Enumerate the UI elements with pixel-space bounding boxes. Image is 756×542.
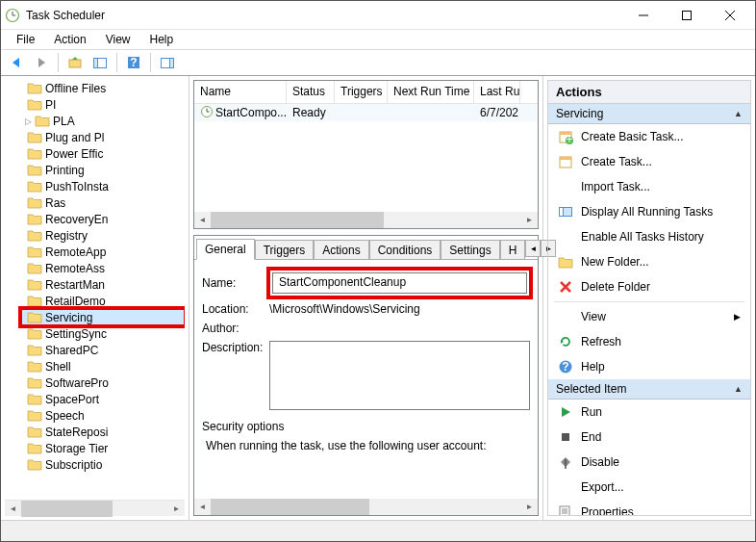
tab-general[interactable]: General bbox=[196, 239, 255, 260]
menubar: File Action View Help bbox=[1, 30, 755, 49]
tree-item-spaceport[interactable]: SpacePort bbox=[21, 391, 185, 407]
action-display-all-running-tasks[interactable]: Display All Running Tasks bbox=[548, 199, 750, 224]
menu-file[interactable]: File bbox=[7, 31, 44, 48]
column-header-triggers[interactable]: Triggers bbox=[335, 81, 388, 103]
actions-section-selected[interactable]: Selected Item ▲ bbox=[548, 379, 750, 400]
tab-actions[interactable]: Actions bbox=[314, 240, 368, 260]
action-help[interactable]: ?Help bbox=[548, 354, 750, 379]
actions-section-servicing[interactable]: Servicing ▲ bbox=[548, 104, 750, 124]
tree-item-retaildemo[interactable]: RetailDemo bbox=[21, 293, 185, 309]
tree-item-offlinefiles[interactable]: Offline Files bbox=[21, 80, 185, 96]
menu-view[interactable]: View bbox=[96, 31, 140, 48]
description-input[interactable] bbox=[269, 341, 530, 410]
close-button[interactable] bbox=[708, 2, 751, 29]
action-delete-folder[interactable]: Delete Folder bbox=[548, 274, 750, 299]
tab-settings[interactable]: Settings bbox=[441, 240, 499, 260]
action-label: Enable All Tasks History bbox=[581, 230, 741, 244]
tree-item-remoteapp[interactable]: RemoteApp bbox=[21, 244, 185, 260]
minimize-button[interactable] bbox=[621, 2, 665, 29]
tree-item-servicing[interactable]: Servicing bbox=[21, 309, 185, 325]
scroll-thumb[interactable] bbox=[211, 499, 369, 515]
action-create-task[interactable]: Create Task... bbox=[548, 149, 750, 174]
svg-marker-10 bbox=[72, 57, 78, 60]
tree-item-label: Ras bbox=[45, 196, 65, 210]
scroll-right-icon[interactable]: ► bbox=[521, 212, 538, 228]
tree-item-subscriptio[interactable]: Subscriptio bbox=[21, 456, 185, 473]
action-refresh[interactable]: Refresh bbox=[548, 329, 750, 354]
task-row[interactable]: StartCompo...Ready6/7/202 bbox=[194, 104, 538, 121]
tree-item-label: Registry bbox=[45, 229, 88, 243]
action-disable[interactable]: Disable bbox=[548, 450, 750, 475]
tab-general: Name: StartComponentCleanup Location: \M… bbox=[194, 259, 538, 499]
show-hide-console-button[interactable] bbox=[88, 51, 112, 74]
tree-item-softwarepro[interactable]: SoftwarePro bbox=[21, 374, 185, 391]
tree-item-remoteass[interactable]: RemoteAss bbox=[21, 260, 185, 276]
scroll-left-icon[interactable]: ◄ bbox=[194, 499, 211, 515]
tree-item-powereffic[interactable]: Power Effic bbox=[21, 145, 185, 162]
task-list-body[interactable]: StartCompo...Ready6/7/202 bbox=[194, 104, 538, 212]
scroll-left-icon[interactable]: ◄ bbox=[5, 501, 21, 517]
column-header-status[interactable]: Status bbox=[287, 81, 335, 103]
tasklist-hscroll[interactable]: ◄ ► bbox=[194, 212, 538, 228]
tree-item-restartman[interactable]: RestartMan bbox=[21, 276, 185, 293]
task-name-input[interactable]: StartComponentCleanup bbox=[272, 272, 527, 294]
action-create-basic-task[interactable]: +Create Basic Task... bbox=[548, 124, 750, 149]
scroll-thumb[interactable] bbox=[211, 212, 384, 228]
menu-action[interactable]: Action bbox=[44, 31, 95, 48]
action-end[interactable]: End bbox=[548, 425, 750, 450]
svg-text:?: ? bbox=[130, 56, 137, 69]
column-header-lastru[interactable]: Last Ru bbox=[474, 81, 520, 103]
action-export[interactable]: Export... bbox=[548, 475, 750, 500]
window-title: Task Scheduler bbox=[26, 9, 621, 22]
back-button[interactable] bbox=[5, 51, 28, 74]
tab-scroll-left[interactable]: ◄ bbox=[525, 240, 541, 257]
tree-item-statereposi[interactable]: StateReposi bbox=[21, 424, 185, 440]
tree-item-speech[interactable]: Speech bbox=[21, 407, 185, 424]
scroll-left-icon[interactable]: ◄ bbox=[194, 212, 211, 228]
tree-item-recoveryen[interactable]: RecoveryEn bbox=[21, 211, 185, 227]
folder-icon bbox=[27, 327, 42, 341]
scroll-right-icon[interactable]: ► bbox=[168, 501, 185, 517]
folder-icon bbox=[27, 442, 42, 455]
tab-conditions[interactable]: Conditions bbox=[369, 240, 441, 260]
tree-item-registry[interactable]: Registry bbox=[21, 227, 185, 244]
toolbar-sep bbox=[116, 53, 117, 72]
tree-item-settingsync[interactable]: SettingSync bbox=[21, 325, 185, 342]
tree-item-pushtoinsta[interactable]: PushToInsta bbox=[21, 178, 185, 194]
tree-item-pla[interactable]: ▷PLA bbox=[21, 113, 185, 129]
task-list-header: NameStatusTriggersNext Run TimeLast Ru bbox=[194, 81, 538, 104]
tree-item-label: Plug and Pl bbox=[45, 131, 104, 144]
show-hide-action-button[interactable] bbox=[156, 51, 179, 74]
column-header-name[interactable]: Name bbox=[194, 81, 287, 103]
tree-item-plugandpl[interactable]: Plug and Pl bbox=[21, 129, 185, 145]
tree-inner[interactable]: Offline FilesPI▷PLAPlug and PlPower Effi… bbox=[5, 80, 185, 500]
up-button[interactable] bbox=[63, 51, 87, 74]
tab-h[interactable]: H bbox=[500, 240, 526, 260]
action-import-task[interactable]: Import Task... bbox=[548, 174, 750, 199]
tree-item-storagetier[interactable]: Storage Tier bbox=[21, 440, 185, 456]
collapse-icon: ▲ bbox=[734, 109, 743, 118]
column-header-nextruntime[interactable]: Next Run Time bbox=[388, 81, 474, 103]
tab-triggers[interactable]: Triggers bbox=[255, 240, 315, 260]
expand-icon[interactable]: ▷ bbox=[21, 116, 35, 126]
action-run[interactable]: Run bbox=[548, 400, 750, 425]
menu-help[interactable]: Help bbox=[140, 31, 184, 48]
action-new-folder[interactable]: New Folder... bbox=[548, 249, 750, 274]
folder-icon bbox=[27, 393, 42, 406]
scroll-right-icon[interactable]: ► bbox=[521, 499, 538, 515]
tree-item-label: RemoteApp bbox=[45, 245, 106, 259]
maximize-button[interactable] bbox=[665, 2, 708, 29]
scroll-thumb[interactable] bbox=[21, 501, 113, 517]
tree-item-shell[interactable]: Shell bbox=[21, 358, 185, 374]
tree-item-pi[interactable]: PI bbox=[21, 96, 185, 113]
forward-button[interactable] bbox=[30, 51, 53, 74]
tree-item-sharedpc[interactable]: SharedPC bbox=[21, 342, 185, 358]
help-button[interactable]: ? bbox=[122, 51, 145, 74]
action-view[interactable]: View▶ bbox=[548, 304, 750, 329]
action-enable-all-tasks-history[interactable]: Enable All Tasks History bbox=[548, 224, 750, 249]
tree-item-printing[interactable]: Printing bbox=[21, 162, 185, 178]
detail-hscroll[interactable]: ◄ ► bbox=[194, 499, 538, 515]
tree-hscroll[interactable]: ◄ ► bbox=[5, 500, 185, 516]
tree-item-ras[interactable]: Ras bbox=[21, 194, 185, 211]
action-properties[interactable]: Properties bbox=[548, 500, 750, 516]
